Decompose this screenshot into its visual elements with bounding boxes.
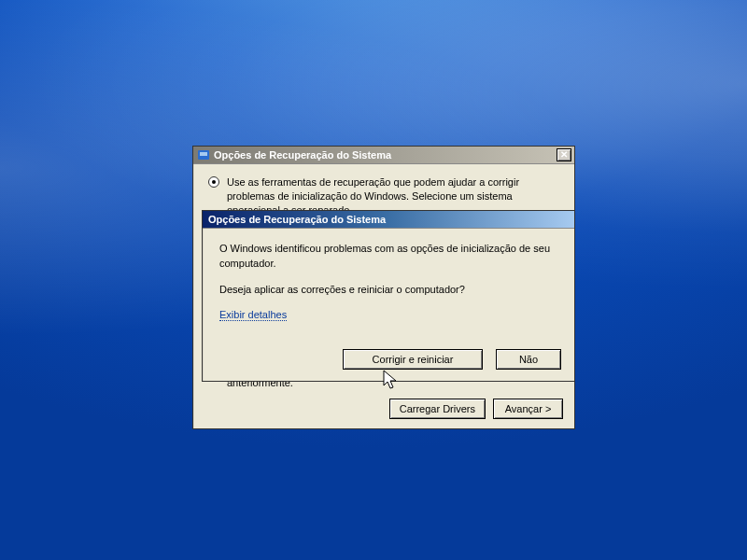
- dialog-body: O Windows identificou problemas com as o…: [203, 229, 574, 330]
- titlebar-dialog: Opções de Recuperação do Sistema: [203, 211, 574, 229]
- repair-restart-button[interactable]: Corrigir e reiniciar: [343, 349, 483, 370]
- svg-rect-1: [200, 152, 207, 156]
- dialog-message-1: O Windows identificou problemas com as o…: [219, 242, 557, 272]
- show-details-link[interactable]: Exibir detalhes: [219, 309, 287, 321]
- titlebar-main: Opções de Recuperação do Sistema ✕: [193, 147, 574, 164]
- next-button[interactable]: Avançar >: [493, 399, 563, 419]
- close-button-main[interactable]: ✕: [557, 148, 571, 161]
- no-button[interactable]: Não: [496, 349, 561, 370]
- dialog-message-2: Deseja aplicar as correções e reiniciar …: [219, 283, 557, 298]
- radio-recovery-tools[interactable]: [208, 176, 219, 188]
- dialog-buttons: Corrigir e reiniciar Não: [343, 349, 561, 370]
- titlebar-main-text: Opções de Recuperação do Sistema: [214, 149, 557, 161]
- titlebar-dialog-text: Opções de Recuperação do Sistema: [206, 214, 571, 225]
- load-drivers-button[interactable]: Carregar Drivers: [389, 399, 486, 419]
- main-window-buttons: Carregar Drivers Avançar >: [389, 399, 563, 419]
- repair-prompt-dialog: Opções de Recuperação do Sistema O Windo…: [202, 210, 575, 382]
- desktop-background: Opções de Recuperação do Sistema ✕ Use a…: [0, 0, 747, 560]
- recovery-icon: [197, 148, 210, 161]
